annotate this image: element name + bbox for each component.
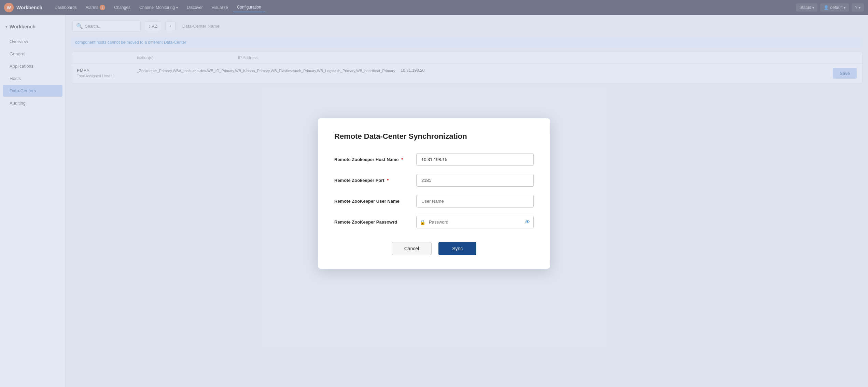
required-star: * — [401, 157, 403, 162]
form-row-host: Remote Zookeeper Host Name * — [334, 153, 534, 166]
eye-icon[interactable]: 👁 — [525, 219, 530, 225]
form-row-username: Remote ZooKeeper User Name — [334, 195, 534, 208]
lock-icon: 🔒 — [420, 219, 425, 225]
required-star: * — [387, 178, 389, 183]
password-wrapper: 🔒 👁 — [416, 216, 534, 228]
sync-button[interactable]: Sync — [438, 242, 476, 255]
label-username: Remote ZooKeeper User Name — [334, 199, 416, 204]
sync-modal: Remote Data-Center Synchronization Remot… — [318, 118, 550, 269]
cancel-button[interactable]: Cancel — [392, 242, 432, 255]
modal-actions: Cancel Sync — [334, 242, 534, 255]
label-host: Remote Zookeeper Host Name * — [334, 157, 416, 162]
zookeeper-password-input[interactable] — [416, 216, 534, 228]
label-password: Remote ZooKeeper Passowrd — [334, 219, 416, 225]
modal-overlay[interactable]: Remote Data-Center Synchronization Remot… — [0, 0, 868, 387]
modal-title: Remote Data-Center Synchronization — [334, 132, 534, 141]
zookeeper-port-input[interactable] — [416, 174, 534, 187]
zookeeper-user-input[interactable] — [416, 195, 534, 208]
zookeeper-host-input[interactable] — [416, 153, 534, 166]
form-row-port: Remote Zookeeper Port * — [334, 174, 534, 187]
label-port: Remote Zookeeper Port * — [334, 178, 416, 183]
form-row-password: Remote ZooKeeper Passowrd 🔒 👁 — [334, 216, 534, 228]
